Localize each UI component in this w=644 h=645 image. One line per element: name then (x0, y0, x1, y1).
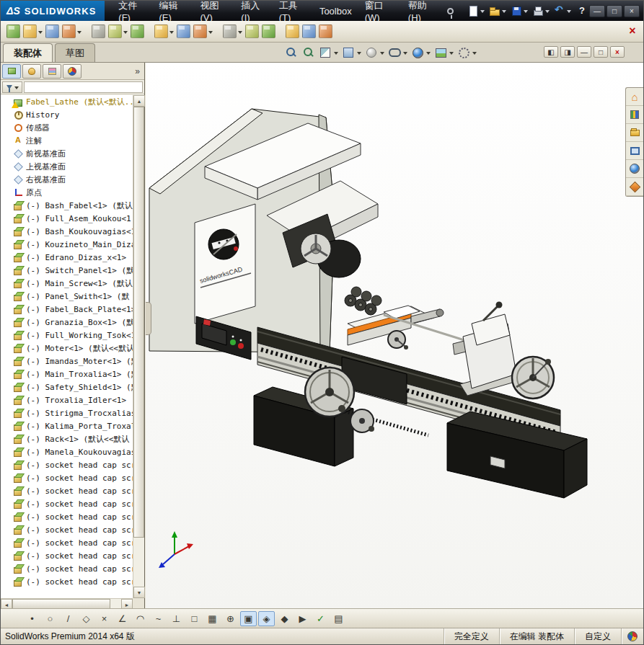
smart-fasteners-button[interactable] (129, 22, 146, 41)
add-relation-button[interactable]: ⊥ (168, 611, 185, 626)
file-explorer-button[interactable] (626, 124, 643, 142)
right-base[interactable] (447, 412, 587, 498)
tree-item[interactable]: (-) Imandas_Moter<1> (默 (1, 355, 133, 368)
tree-vertical-scrollbar[interactable]: ▲ ▼ (133, 95, 144, 598)
tab-featuremanager-design-tree[interactable] (2, 64, 21, 79)
restore-document-button[interactable]: □ (594, 46, 608, 58)
tree-item[interactable]: 传感器 (1, 121, 133, 134)
edit-appearance-button[interactable] (409, 45, 432, 61)
tree-item[interactable]: (-) Kouzineto_Main_Diza (1, 238, 133, 251)
instant-3d-button[interactable] (317, 22, 334, 41)
dropdown-caret-icon[interactable] (380, 52, 384, 57)
dropdown-caret-icon[interactable] (38, 31, 43, 36)
view-orientation-button[interactable] (340, 45, 363, 61)
undo-button[interactable] (552, 2, 573, 19)
dropdown-caret-icon[interactable] (524, 10, 528, 15)
isometric-view-button[interactable]: ◈ (258, 611, 275, 626)
dropdown-caret-icon[interactable] (426, 52, 431, 57)
tailstock[interactable] (453, 302, 554, 399)
rectangle-tool-button[interactable]: □ (186, 611, 203, 626)
mate-button[interactable] (90, 22, 107, 41)
dropdown-caret-icon[interactable] (403, 52, 407, 57)
tree-item[interactable]: 原点 (1, 186, 133, 199)
tile-left-button[interactable]: ◧ (544, 46, 558, 58)
display-style-button[interactable] (363, 45, 386, 61)
tree-item[interactable]: (-) socket head cap scr (1, 523, 133, 536)
vertical-scroll-thumb[interactable] (133, 107, 144, 538)
apron-handwheel[interactable] (350, 409, 374, 432)
dropdown-caret-icon[interactable] (472, 52, 477, 57)
tab-propertymanager[interactable] (22, 64, 41, 79)
insert-components-button[interactable] (61, 22, 83, 41)
help-button[interactable] (573, 2, 589, 19)
gear-train[interactable] (345, 287, 381, 315)
close-document-button[interactable]: × (610, 46, 625, 58)
dropdown-caret-icon[interactable] (238, 31, 242, 36)
new-document-button[interactable] (465, 2, 487, 19)
close-window-button[interactable]: × (624, 5, 640, 17)
solidworks-resources-button[interactable]: ⌂ (626, 88, 643, 106)
tree-filter-input[interactable] (24, 81, 143, 93)
section-view-button[interactable] (317, 45, 340, 61)
dropdown-caret-icon[interactable] (449, 52, 454, 57)
tree-item[interactable]: (-) Full_Working_Tsok<1 (1, 329, 133, 342)
dropdown-caret-icon[interactable] (357, 52, 361, 57)
shaded-with-edges-button[interactable]: ▣ (240, 611, 257, 626)
zoom-to-area-button[interactable] (299, 45, 317, 61)
tree-item[interactable]: (-) socket head cap scr (1, 575, 133, 588)
move-component-button[interactable] (153, 22, 175, 41)
tree-item[interactable]: (-) Fabel_Back_Plate<1> (1, 303, 133, 316)
scroll-down-button[interactable]: ▼ (133, 587, 145, 598)
check-sketch-button[interactable]: ✓ (312, 611, 329, 626)
dropdown-caret-icon[interactable] (480, 10, 485, 15)
dropdown-caret-icon[interactable] (123, 31, 128, 36)
quick-tips-icon[interactable] (627, 631, 638, 641)
grid-system-button[interactable]: ▦ (204, 611, 221, 626)
custom-status[interactable]: 自定义 (574, 628, 621, 644)
document-tab[interactable]: 草图 (55, 43, 95, 62)
view-settings-button[interactable] (455, 45, 478, 61)
zoom-tool-button[interactable]: ⊕ (222, 611, 239, 626)
smart-dimension-button[interactable]: ∠ (114, 611, 131, 626)
tree-item[interactable]: 前视基准面 (1, 147, 133, 160)
tree-item[interactable]: (-) Panel_Swith<1> (默 (1, 290, 133, 303)
tree-item[interactable]: (-) socket head cap scr (1, 458, 133, 471)
dropdown-caret-icon[interactable] (334, 52, 338, 57)
featuremanager-pane-button[interactable] (5, 22, 22, 41)
zoom-to-fit-button[interactable] (282, 45, 299, 61)
design-table-button[interactable]: ▤ (330, 611, 347, 626)
tree-item[interactable]: (-) Bash_Koukouvagias<1 (1, 225, 133, 238)
play-motion-button[interactable]: ▶ (294, 611, 311, 626)
assembly-features-button[interactable] (192, 22, 214, 41)
tree-item[interactable]: 注解 (1, 134, 133, 147)
tree-item[interactable]: 右视基准面 (1, 173, 133, 186)
edit-component-button[interactable] (22, 22, 44, 41)
tree-item[interactable]: (-) Kalima_Porta_Troxal (1, 419, 133, 432)
dropdown-caret-icon[interactable] (545, 10, 550, 15)
tree-item[interactable]: (-) Safety_Shield<1> (默 (1, 381, 133, 393)
line-tool-button[interactable]: / (60, 611, 76, 626)
tree-item[interactable]: (-) socket head cap scr (1, 497, 133, 510)
tree-item[interactable]: (-) socket head cap scr (1, 549, 133, 562)
interference-detection-button[interactable] (301, 22, 317, 41)
hide-show-items-button[interactable] (386, 45, 409, 61)
dropdown-caret-icon[interactable] (567, 10, 571, 15)
tree-item[interactable]: (-) socket head cap scr (1, 536, 133, 549)
panel-splitter-handle[interactable] (146, 302, 151, 335)
trim-entities-button[interactable]: × (96, 611, 113, 626)
tree-item[interactable]: (-) Switch_Panel<1> (默 (1, 264, 133, 277)
custom-properties-button[interactable] (626, 178, 643, 196)
select-tool-button[interactable]: • (24, 611, 40, 626)
component-preview-button[interactable] (107, 22, 129, 41)
tree-item[interactable]: (-) socket head cap scr (1, 562, 133, 575)
bill-of-materials-button[interactable] (260, 22, 277, 41)
saddle-handwheel[interactable] (305, 368, 354, 417)
tab-displaymanager[interactable] (63, 64, 81, 79)
tree-item[interactable]: History (1, 108, 133, 121)
dropdown-caret-icon[interactable] (169, 31, 174, 36)
tree-item[interactable]: (-) Rack<1> (默认<<默认 (1, 432, 133, 445)
tree-item[interactable]: (-) Manela_Koukouvagias (1, 445, 133, 458)
graphics-area[interactable]: solidworksCAD (146, 63, 643, 608)
scroll-up-button[interactable]: ▲ (133, 95, 145, 107)
tree-item[interactable]: (-) socket head cap scr (1, 484, 133, 497)
